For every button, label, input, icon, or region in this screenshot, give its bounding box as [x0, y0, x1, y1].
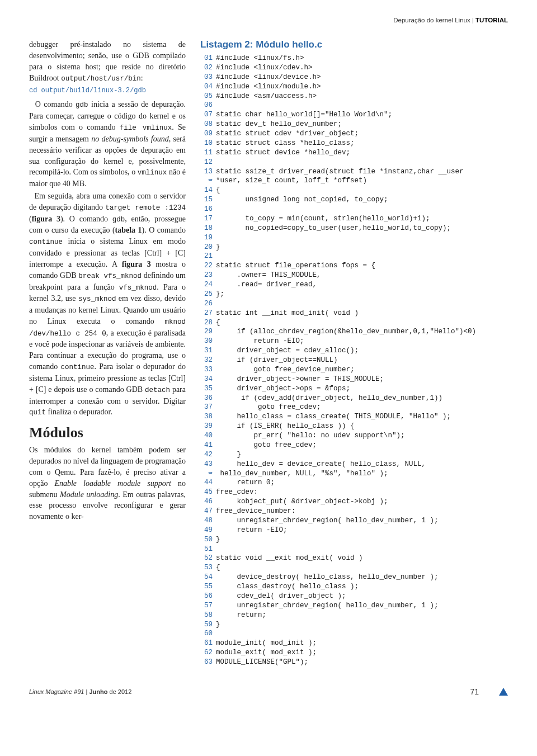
section-heading-modulos: Módulos: [29, 423, 186, 443]
page: Depuração do kernel Linux | TUTORIAL deb…: [0, 0, 537, 707]
para-1: debugger pré-instalado no sistema de des…: [29, 39, 186, 84]
para-3: Em seguida, abra uma conexão com o servi…: [29, 191, 186, 418]
left-column: debugger pré-instalado no sistema de des…: [29, 39, 186, 667]
code-listing: 01#include <linux/fs.h> 02#include <linu…: [200, 54, 508, 667]
header-category: Depuração do kernel Linux: [393, 17, 470, 23]
page-number: 71: [470, 687, 479, 696]
footer-right: 71: [470, 687, 508, 696]
para-2: O comando gdb inicia a sessão de depuraç…: [29, 99, 186, 190]
page-footer: Linux Magazine #91 | Junho de 2012 71: [29, 687, 508, 696]
command-1: cd output/build/linux-3.2/gdb: [29, 86, 186, 96]
page-header: Depuração do kernel Linux | TUTORIAL: [29, 17, 508, 23]
triangle-icon: [499, 688, 508, 696]
header-section: TUTORIAL: [475, 17, 508, 23]
columns: debugger pré-instalado no sistema de des…: [29, 39, 508, 667]
listing-title: Listagem 2: Módulo hello.c: [200, 39, 508, 50]
para-4: Os módulos do kernel também podem ser de…: [29, 445, 186, 522]
right-column: Listagem 2: Módulo hello.c 01#include <l…: [200, 39, 508, 667]
footer-left: Linux Magazine #91 | Junho de 2012: [29, 688, 131, 695]
